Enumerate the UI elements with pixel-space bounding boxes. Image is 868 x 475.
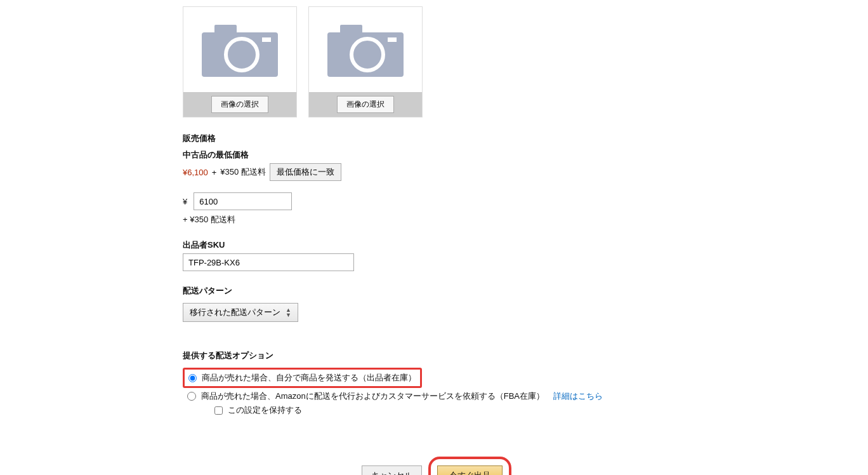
submit-highlight: 今すぐ出品 <box>428 457 511 475</box>
shipping-pattern-group: 配送パターン 移行された配送パターン ▲▼ <box>183 285 690 322</box>
price-heading: 販売価格 <box>183 133 690 144</box>
action-button-row: キャンセル 今すぐ出品 <box>183 457 690 475</box>
sku-input[interactable] <box>183 253 354 271</box>
fba-ship-radio[interactable] <box>187 392 196 401</box>
image-upload-row: 画像の選択 画像の選択 <box>183 6 690 117</box>
listing-form: 画像の選択 画像の選択 販売価格 中古品の最低価格 ¥6,100 + ¥350 … <box>183 6 690 475</box>
svg-rect-7 <box>388 37 397 42</box>
fba-ship-label: 商品が売れた場合、Amazonに配送を代行およびカスタマーサービスを依頼する（F… <box>201 391 544 402</box>
fba-ship-row: 商品が売れた場合、Amazonに配送を代行およびカスタマーサービスを依頼する（F… <box>183 391 690 402</box>
camera-icon <box>199 20 281 80</box>
lowest-price-value: ¥6,100 <box>183 168 208 177</box>
shipping-option-heading: 提供する配送オプション <box>183 350 690 361</box>
image-select-bar-2: 画像の選択 <box>309 92 422 117</box>
camera-icon <box>324 20 407 80</box>
price-shipping-note: + ¥350 配送料 <box>183 214 690 225</box>
image-select-button-1[interactable]: 画像の選択 <box>211 96 268 113</box>
image-select-bar-1: 画像の選択 <box>183 92 296 117</box>
self-ship-highlight: 商品が売れた場合、自分で商品を発送する（出品者在庫） <box>183 368 422 388</box>
sku-group: 出品者SKU <box>183 239 690 271</box>
submit-button[interactable]: 今すぐ出品 <box>437 465 503 475</box>
image-slot-1: 画像の選択 <box>183 6 297 117</box>
svg-point-2 <box>226 39 258 70</box>
shipping-pattern-selected: 移行された配送パターン <box>190 307 280 318</box>
image-slot-2: 画像の選択 <box>308 6 423 117</box>
image-preview-2 <box>309 7 422 92</box>
currency-symbol: ¥ <box>183 197 187 206</box>
svg-rect-1 <box>214 25 237 37</box>
shipping-pattern-dropdown[interactable]: 移行された配送パターン ▲▼ <box>183 303 298 322</box>
image-select-button-2[interactable]: 画像の選択 <box>337 96 394 113</box>
svg-rect-3 <box>262 37 271 42</box>
match-lowest-button[interactable]: 最低価格に一致 <box>270 163 341 181</box>
svg-point-6 <box>352 39 383 70</box>
self-ship-label: 商品が売れた場合、自分で商品を発送する（出品者在庫） <box>202 372 416 384</box>
save-setting-row: この設定を保持する <box>214 405 690 416</box>
save-setting-label: この設定を保持する <box>228 405 302 416</box>
price-input-row: ¥ <box>183 192 690 210</box>
chevron-updown-icon: ▲▼ <box>286 307 291 318</box>
svg-rect-5 <box>340 25 362 37</box>
plus-sign: + <box>212 168 217 177</box>
self-ship-radio[interactable] <box>188 374 197 382</box>
lowest-shipping: ¥350 配送料 <box>220 166 266 178</box>
lowest-price-row: ¥6,100 + ¥350 配送料 最低価格に一致 <box>183 163 690 181</box>
sku-label: 出品者SKU <box>183 239 690 251</box>
fba-details-link[interactable]: 詳細はこちら <box>553 391 603 402</box>
price-input[interactable] <box>194 192 292 210</box>
image-preview-1 <box>183 7 296 92</box>
save-setting-checkbox[interactable] <box>214 406 223 415</box>
used-lowest-label: 中古品の最低価格 <box>183 149 690 161</box>
cancel-button[interactable]: キャンセル <box>362 465 422 475</box>
shipping-pattern-label: 配送パターン <box>183 285 690 297</box>
